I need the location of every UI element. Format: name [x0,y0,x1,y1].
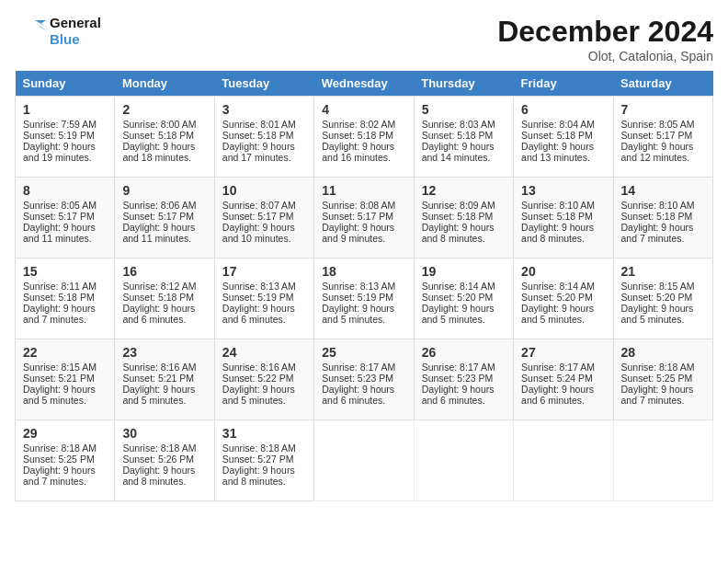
daylight: Daylight: 9 hours and 6 minutes. [122,303,195,325]
daylight: Daylight: 9 hours and 6 minutes. [322,384,394,406]
sunset: Sunset: 5:18 PM [322,130,393,141]
daylight: Daylight: 9 hours and 11 minutes. [122,222,195,244]
sunrise: Sunrise: 8:12 AM [122,281,196,292]
daylight: Daylight: 9 hours and 14 minutes. [422,141,495,163]
sunset: Sunset: 5:20 PM [521,292,593,303]
day-number: 8 [23,183,107,198]
daylight: Daylight: 9 hours and 13 minutes. [521,141,594,163]
daylight: Daylight: 9 hours and 8 minutes. [122,465,195,487]
sunset: Sunset: 5:18 PM [122,130,194,141]
sunrise: Sunrise: 8:18 AM [23,442,97,454]
day-number: 10 [222,183,306,198]
day-number: 26 [422,345,506,360]
logo: General Blue [15,15,101,48]
daylight: Daylight: 9 hours and 19 minutes. [23,141,96,163]
sunset: Sunset: 5:18 PM [23,292,95,303]
sunrise: Sunrise: 8:04 AM [521,119,595,130]
daylight: Daylight: 9 hours and 16 minutes. [322,141,394,163]
calendar-week-1: 1Sunrise: 7:59 AMSunset: 5:19 PMDaylight… [16,97,713,178]
sunset: Sunset: 5:17 PM [322,211,393,222]
month-title: December 2024 [497,15,713,49]
sunset: Sunset: 5:17 PM [122,211,194,222]
sunrise: Sunrise: 8:17 AM [521,362,595,373]
sunrise: Sunrise: 8:18 AM [222,442,296,454]
sunrise: Sunrise: 8:11 AM [23,281,97,292]
page-header: General Blue December 2024 Olot, Catalon… [15,15,713,63]
sunrise: Sunrise: 8:09 AM [422,200,495,211]
sunrise: Sunrise: 7:59 AM [23,119,97,130]
calendar-cell: 18Sunrise: 8:13 AMSunset: 5:19 PMDayligh… [314,259,414,339]
calendar-cell [314,420,414,501]
sunset: Sunset: 5:18 PM [422,211,494,222]
day-number: 20 [521,264,605,279]
daylight: Daylight: 9 hours and 6 minutes. [521,384,594,406]
sunset: Sunset: 5:17 PM [23,211,95,222]
sunset: Sunset: 5:19 PM [322,292,393,303]
sunset: Sunset: 5:18 PM [621,211,693,222]
title-block: December 2024 Olot, Catalonia, Spain [497,15,713,63]
calendar-cell: 21Sunrise: 8:15 AMSunset: 5:20 PMDayligh… [613,259,712,339]
daylight: Daylight: 9 hours and 8 minutes. [222,465,295,487]
sunset: Sunset: 5:22 PM [222,373,294,384]
sunrise: Sunrise: 8:14 AM [521,281,595,292]
day-number: 5 [422,102,506,117]
daylight: Daylight: 9 hours and 12 minutes. [621,141,694,163]
calendar-cell [414,420,513,501]
sunrise: Sunrise: 8:10 AM [521,200,595,211]
calendar-cell: 9Sunrise: 8:06 AMSunset: 5:17 PMDaylight… [115,178,214,259]
sunrise: Sunrise: 8:00 AM [122,119,196,130]
calendar-cell: 19Sunrise: 8:14 AMSunset: 5:20 PMDayligh… [414,259,513,339]
day-number: 19 [422,264,506,279]
sunset: Sunset: 5:20 PM [621,292,693,303]
day-number: 14 [621,183,705,198]
sunrise: Sunrise: 8:13 AM [322,281,395,292]
svg-marker-1 [37,24,48,31]
calendar-cell: 23Sunrise: 8:16 AMSunset: 5:21 PMDayligh… [115,339,214,420]
logo-blue: Blue [50,31,101,48]
calendar-cell: 2Sunrise: 8:00 AMSunset: 5:18 PMDaylight… [115,97,214,178]
calendar-cell: 28Sunrise: 8:18 AMSunset: 5:25 PMDayligh… [613,339,712,420]
calendar-cell: 8Sunrise: 8:05 AMSunset: 5:17 PMDaylight… [16,178,115,259]
col-friday: Friday [514,71,613,97]
day-number: 6 [521,102,605,117]
col-monday: Monday [115,71,214,97]
logo-bird-icon [15,15,48,48]
sunset: Sunset: 5:18 PM [521,130,593,141]
sunrise: Sunrise: 8:18 AM [122,442,196,454]
col-tuesday: Tuesday [214,71,313,97]
day-number: 7 [621,102,705,117]
calendar-cell: 22Sunrise: 8:15 AMSunset: 5:21 PMDayligh… [16,339,115,420]
calendar-cell: 3Sunrise: 8:01 AMSunset: 5:18 PMDaylight… [214,97,313,178]
calendar-cell: 11Sunrise: 8:08 AMSunset: 5:17 PMDayligh… [314,178,414,259]
sunset: Sunset: 5:18 PM [521,211,593,222]
sunset: Sunset: 5:25 PM [23,454,95,465]
calendar-cell: 15Sunrise: 8:11 AMSunset: 5:18 PMDayligh… [16,259,115,339]
calendar-cell: 29Sunrise: 8:18 AMSunset: 5:25 PMDayligh… [16,420,115,501]
calendar-cell: 17Sunrise: 8:13 AMSunset: 5:19 PMDayligh… [214,259,313,339]
col-sunday: Sunday [16,71,115,97]
calendar-table: Sunday Monday Tuesday Wednesday Thursday… [15,71,713,501]
day-number: 16 [122,264,206,279]
sunset: Sunset: 5:18 PM [122,292,194,303]
sunset: Sunset: 5:20 PM [422,292,494,303]
sunset: Sunset: 5:24 PM [521,373,593,384]
sunrise: Sunrise: 8:16 AM [122,362,196,373]
logo-general: General [50,15,101,31]
sunset: Sunset: 5:21 PM [23,373,95,384]
sunrise: Sunrise: 8:10 AM [621,200,695,211]
header-row: Sunday Monday Tuesday Wednesday Thursday… [16,71,713,97]
sunset: Sunset: 5:27 PM [222,454,294,465]
sunset: Sunset: 5:21 PM [122,373,194,384]
calendar-cell: 1Sunrise: 7:59 AMSunset: 5:19 PMDaylight… [16,97,115,178]
calendar-cell: 16Sunrise: 8:12 AMSunset: 5:18 PMDayligh… [115,259,214,339]
day-number: 21 [621,264,705,279]
day-number: 25 [322,345,405,360]
day-number: 1 [23,102,107,117]
calendar-cell: 12Sunrise: 8:09 AMSunset: 5:18 PMDayligh… [414,178,513,259]
sunrise: Sunrise: 8:15 AM [23,362,97,373]
sunset: Sunset: 5:26 PM [122,454,194,465]
sunrise: Sunrise: 8:16 AM [222,362,296,373]
sunrise: Sunrise: 8:14 AM [422,281,495,292]
sunrise: Sunrise: 8:03 AM [422,119,495,130]
calendar-cell: 4Sunrise: 8:02 AMSunset: 5:18 PMDaylight… [314,97,414,178]
